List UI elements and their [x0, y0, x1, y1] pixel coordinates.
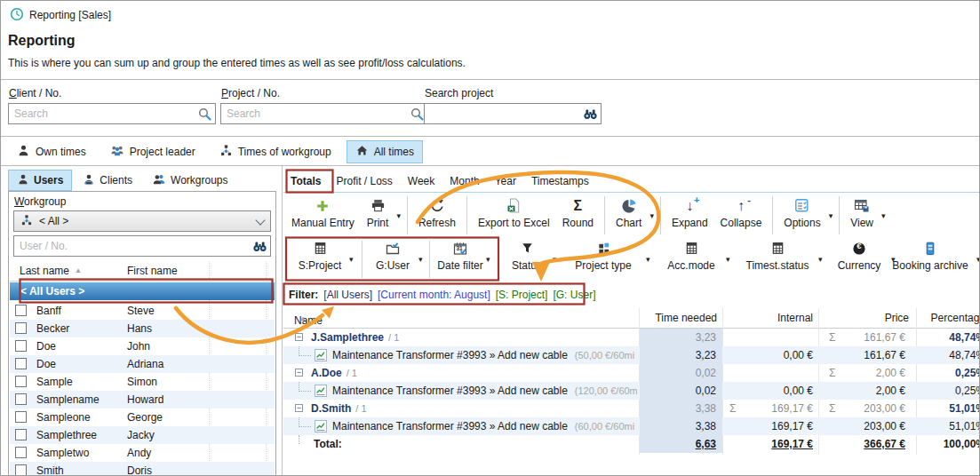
user-search-input[interactable] — [14, 236, 270, 256]
options-button[interactable]: Options — [777, 194, 826, 236]
dropdown-arrow-icon[interactable]: ▾ — [726, 255, 730, 264]
dropdown-arrow-icon[interactable]: ▾ — [418, 255, 423, 264]
all-users-row[interactable]: < All Users > — [10, 282, 275, 300]
checkbox[interactable] — [15, 305, 27, 316]
group-row[interactable]: − J.Samplethree/ 1 3,23 Σ161,67 € 48,74% — [283, 329, 979, 346]
tab-year[interactable]: Year — [495, 175, 516, 187]
column-header-time-needed[interactable]: Time needed — [614, 312, 717, 324]
checkbox[interactable] — [15, 358, 27, 369]
workgroup-select[interactable]: < All > — [13, 210, 271, 232]
tab-own-times[interactable]: Own times — [8, 140, 95, 163]
group-row[interactable]: − A.Doe/ 1 0,02 Σ2,00 € 0,25% — [283, 364, 979, 382]
round-button[interactable]: Σ Round — [556, 194, 600, 236]
project-search-input[interactable] — [221, 104, 427, 123]
export-to-excel-button[interactable]: Export to Excel — [472, 194, 556, 236]
dropdown-arrow-icon[interactable]: ▾ — [976, 255, 980, 264]
tab-all-times[interactable]: All times — [347, 140, 423, 163]
checkbox[interactable] — [15, 376, 27, 387]
manual-entry-button[interactable]: Manual Entry — [285, 194, 361, 236]
cell-percentage: 100,00% — [904, 435, 980, 453]
tree-collapse-toggle[interactable]: − — [295, 333, 303, 341]
column-header-percentage[interactable]: Percentage — [904, 312, 980, 324]
binoculars-icon[interactable] — [252, 239, 267, 254]
user-row[interactable]: SampleSimon — [10, 373, 275, 391]
detail-row[interactable]: Maintenance Transformer #3993 » Add new … — [283, 382, 979, 400]
tab-timestamps[interactable]: Timestamps — [531, 175, 589, 187]
chart-button[interactable]: Chart — [610, 194, 648, 236]
dropdown-arrow-icon[interactable]: ▾ — [881, 211, 886, 220]
dropdown-arrow-icon[interactable]: ▾ — [646, 255, 650, 264]
collapse-button[interactable]: ↑- Collapse — [714, 194, 769, 236]
detail-row[interactable]: Maintenance Transformer #3993 » Add new … — [283, 346, 979, 364]
cell-percentage: 48,74% — [904, 329, 980, 346]
user-row[interactable]: SampleoneGeorge — [10, 409, 275, 426]
dropdown-arrow-icon[interactable]: ▾ — [349, 255, 354, 264]
column-header-last-name[interactable]: Last name▲ — [20, 265, 82, 277]
print-button[interactable]: Print — [361, 194, 395, 236]
column-header-first-name[interactable]: First name — [127, 265, 178, 277]
checkbox[interactable] — [15, 393, 27, 405]
date-filter-button[interactable]: 31 Date filter — [433, 239, 488, 280]
user-row[interactable]: SamplenameHoward — [10, 391, 275, 409]
checkbox[interactable] — [15, 464, 27, 476]
timestamp-status-filter-button[interactable]: Timest.status — [740, 239, 815, 280]
search-project-input[interactable] — [425, 104, 601, 123]
user-row[interactable]: DoeJohn — [10, 337, 275, 355]
client-search-input[interactable] — [9, 104, 215, 123]
acc-mode-filter-button[interactable]: Acc.mode — [662, 239, 721, 280]
tab-times-of-workgroup[interactable]: Times of workgroup — [211, 140, 340, 163]
dropdown-arrow-icon[interactable]: ▾ — [486, 255, 490, 264]
user-row[interactable]: SampletwoAndy — [10, 444, 275, 462]
view-button[interactable]: View — [844, 194, 880, 236]
binoculars-icon[interactable] — [583, 107, 598, 122]
project-type-filter-button[interactable]: Project type — [566, 239, 641, 280]
cell-percentage: 48,74% — [904, 346, 980, 364]
column-header-internal[interactable]: Internal — [722, 312, 813, 324]
group-user-button[interactable]: G:User — [367, 239, 418, 280]
expand-icon: ↓ — [686, 199, 693, 213]
booking-archive-button[interactable]: Booking archive — [886, 239, 975, 280]
currency-button[interactable]: € Currency — [833, 239, 886, 280]
tab-workgroups[interactable]: Workgroups — [143, 170, 236, 191]
sigma-icon: Σ — [574, 196, 583, 215]
refresh-button[interactable]: Refresh — [412, 194, 462, 236]
user-row[interactable]: BanffSteve — [10, 302, 275, 320]
status-filter-button[interactable]: Status — [504, 239, 550, 280]
tab-month[interactable]: Month — [450, 175, 479, 187]
tree-collapse-toggle[interactable]: − — [295, 369, 303, 377]
dropdown-arrow-icon[interactable]: ▾ — [829, 211, 833, 220]
chevron-down-icon — [255, 215, 265, 225]
tab-project-leader[interactable]: Project leader — [101, 140, 204, 163]
cell-time-needed: 3,38 — [640, 417, 722, 435]
tab-profit-loss[interactable]: Profit / Loss — [336, 175, 392, 187]
checkbox[interactable] — [15, 340, 27, 352]
expand-button[interactable]: ↓+ Expand — [665, 194, 714, 236]
search-icon[interactable] — [410, 107, 425, 122]
tab-users[interactable]: Users — [8, 170, 72, 191]
tab-week[interactable]: Week — [408, 175, 434, 187]
tab-clients[interactable]: Clients — [74, 170, 141, 191]
dropdown-arrow-icon[interactable]: ▾ — [649, 211, 654, 220]
checkbox[interactable] — [15, 429, 27, 440]
search-icon[interactable] — [197, 107, 212, 122]
cell-price: 2,00 € — [818, 382, 911, 400]
checkbox[interactable] — [15, 322, 27, 334]
group-name: J.Samplethree/ 1 — [311, 331, 399, 344]
sort-project-button[interactable]: S:Project — [289, 239, 351, 280]
group-row[interactable]: − D.Smith/ 1 3,38 Σ169,17 € Σ203,00 € 51… — [283, 400, 979, 417]
user-row[interactable]: DoeAdriana — [10, 355, 275, 373]
user-row[interactable]: SmithDoris — [10, 462, 275, 476]
total-label: Total: — [314, 438, 342, 450]
tab-totals[interactable]: Totals — [291, 175, 321, 187]
column-header-price[interactable]: Price — [818, 312, 909, 324]
user-row[interactable]: BeckerHans — [10, 320, 275, 337]
detail-row[interactable]: Maintenance Transformer #3993 » Add new … — [283, 417, 979, 435]
checkbox[interactable] — [15, 411, 27, 423]
user-row[interactable]: SamplethreeJacky — [10, 426, 275, 444]
dropdown-arrow-icon[interactable]: ▾ — [818, 255, 823, 264]
dropdown-arrow-icon[interactable]: ▾ — [396, 211, 401, 220]
checkbox[interactable] — [15, 447, 27, 458]
dropdown-arrow-icon[interactable]: ▾ — [553, 255, 557, 264]
last-name: Doe — [36, 340, 56, 353]
tree-collapse-toggle[interactable]: − — [295, 404, 303, 412]
